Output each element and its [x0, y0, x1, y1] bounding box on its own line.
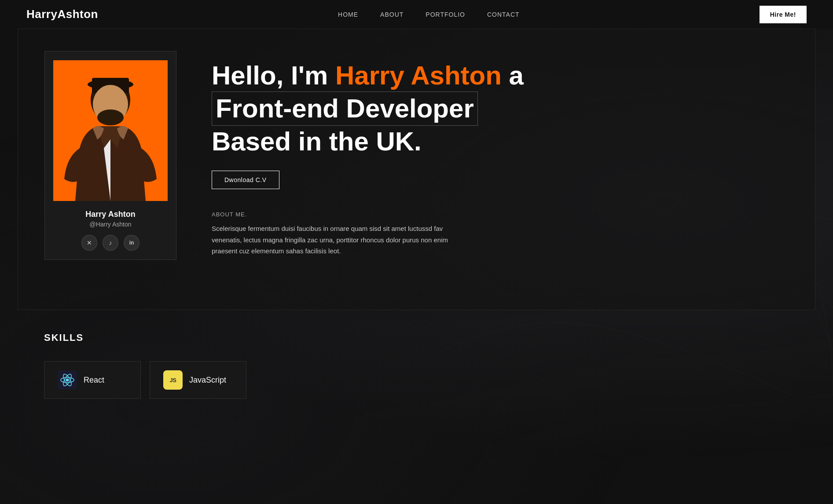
hire-button[interactable]: Hire Me! — [760, 6, 807, 23]
nav-item-about[interactable]: ABOUT — [380, 11, 404, 18]
skill-card-javascript: JS JavaScript — [150, 361, 246, 399]
hero-location: Based in the UK. — [212, 127, 422, 156]
hero-name: Harry Ashton — [335, 61, 502, 90]
javascript-icon: JS — [163, 370, 183, 390]
hero-section: Hello, I'm Harry Ashton a Front-end Deve… — [212, 51, 789, 257]
nav-link-portfolio[interactable]: PORTFOLIO — [426, 11, 465, 18]
svg-point-4 — [97, 110, 124, 125]
tiktok-icon: ♪ — [109, 239, 112, 246]
nav-links: HOME ABOUT PORTFOLIO CONTACT — [338, 11, 520, 18]
nav-item-contact[interactable]: CONTACT — [487, 11, 520, 18]
main-content: Harry Ashton @Harry Ashton ✕ ♪ in Hello,… — [18, 29, 815, 310]
nav-link-about[interactable]: ABOUT — [380, 11, 404, 18]
hero-role: Front-end Developer — [212, 91, 478, 126]
js-text-icon: JS — [170, 377, 176, 383]
react-icon — [58, 370, 77, 390]
profile-image — [53, 60, 168, 201]
skills-title: SKILLS — [44, 332, 789, 343]
skill-name-javascript: JavaScript — [189, 376, 226, 385]
nav-item-portfolio[interactable]: PORTFOLIO — [426, 11, 465, 18]
social-icons: ✕ ♪ in — [81, 235, 139, 251]
profile-name: Harry Ashton — [85, 210, 135, 219]
skill-card-react: React — [44, 361, 141, 399]
profile-card: Harry Ashton @Harry Ashton ✕ ♪ in — [44, 51, 176, 260]
hero-suffix: a — [502, 61, 524, 90]
nav-link-home[interactable]: HOME — [338, 11, 358, 18]
tiktok-button[interactable]: ♪ — [103, 235, 118, 251]
hero-intro: Hello, I'm — [212, 61, 335, 90]
skill-name-react: React — [84, 376, 104, 385]
skills-grid: React JS JavaScript — [44, 361, 789, 399]
nav-link-contact[interactable]: CONTACT — [487, 11, 520, 18]
skills-section: SKILLS React JS JavaScript — [0, 310, 833, 421]
react-svg-icon — [59, 372, 75, 388]
twitter-x-icon: ✕ — [87, 239, 92, 246]
person-svg — [53, 60, 168, 201]
linkedin-button[interactable]: in — [124, 235, 139, 251]
about-text: Scelerisque fermentum duisi faucibus in … — [212, 223, 467, 257]
about-label: ABOUT ME. — [212, 211, 789, 218]
svg-point-5 — [66, 379, 69, 382]
nav-logo[interactable]: HarryAshton — [26, 7, 98, 21]
profile-handle: @Harry Ashton — [89, 221, 131, 228]
hero-title: Hello, I'm Harry Ashton a Front-end Deve… — [212, 60, 789, 157]
download-cv-button[interactable]: Dwonload C.V — [212, 171, 279, 189]
linkedin-icon: in — [129, 240, 134, 246]
about-section: ABOUT ME. Scelerisque fermentum duisi fa… — [212, 211, 789, 257]
navbar: HarryAshton HOME ABOUT PORTFOLIO CONTACT… — [0, 0, 833, 29]
twitter-x-button[interactable]: ✕ — [81, 235, 97, 251]
nav-item-home[interactable]: HOME — [338, 11, 358, 18]
